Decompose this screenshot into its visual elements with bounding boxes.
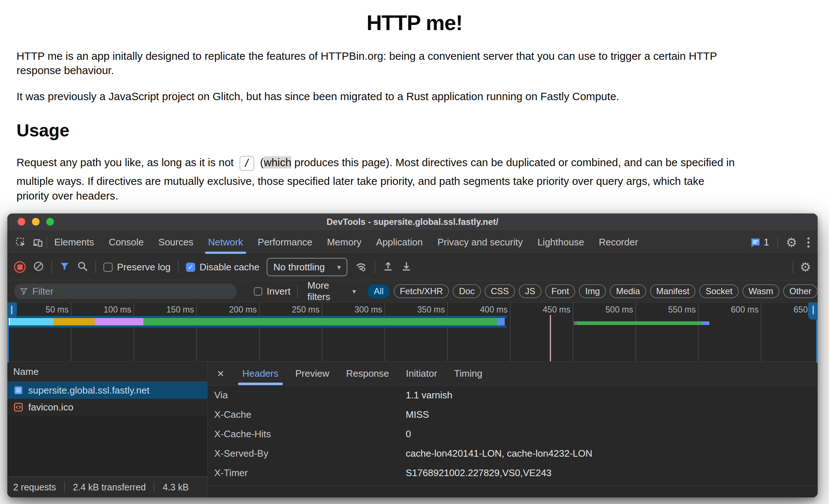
close-icon[interactable]: × <box>216 368 226 379</box>
request-row[interactable]: favicon.ico <box>7 399 207 416</box>
tab-network[interactable]: Network <box>201 231 250 254</box>
tab-performance[interactable]: Performance <box>251 231 320 254</box>
preserve-log-checkbox[interactable] <box>103 263 113 272</box>
filter-chip-other[interactable]: Other <box>783 284 818 298</box>
network-overview: 50 ms100 ms150 ms200 ms250 ms300 ms350 m… <box>7 303 818 363</box>
header-value: S1768921002.227829,VS0,VE243 <box>406 467 552 479</box>
filter-chip-img[interactable]: Img <box>579 284 606 298</box>
document-icon <box>13 385 23 395</box>
settings-gear-icon[interactable]: ⚙ <box>786 236 797 249</box>
detail-tab-initiator[interactable]: Initiator <box>406 362 437 385</box>
network-settings-gear-icon[interactable]: ⚙ <box>800 261 811 273</box>
header-key: X-Cache <box>208 409 406 420</box>
divider <box>297 285 298 297</box>
disable-cache-checkbox[interactable]: ✓ <box>186 263 195 272</box>
status-item: 4.3 kB <box>162 482 189 493</box>
page-title: HTTP me! <box>0 10 829 35</box>
request-name: favicon.ico <box>28 402 73 413</box>
throttling-select[interactable]: No throttling ▾ <box>267 258 347 276</box>
header-row: X-Cache-Hits0 <box>208 424 818 444</box>
device-toolbar-icon[interactable] <box>29 237 46 248</box>
timeline-tick-label: 250 ms <box>264 305 319 315</box>
intro-line: HTTP me is an app initally designed to r… <box>17 49 812 63</box>
close-window-button[interactable] <box>18 218 25 226</box>
timeline-tick-label: 500 ms <box>578 305 633 315</box>
filter-icon <box>20 287 28 295</box>
minimize-window-button[interactable] <box>32 218 40 226</box>
waterfall-segment <box>574 321 577 325</box>
filter-chip-media[interactable]: Media <box>610 284 646 298</box>
filter-chip-socket[interactable]: Socket <box>699 284 738 298</box>
tab-memory[interactable]: Memory <box>319 231 369 254</box>
filter-chip-css[interactable]: CSS <box>485 284 515 298</box>
clear-icon[interactable] <box>33 261 44 273</box>
tab-lighthouse[interactable]: Lighthouse <box>530 231 591 254</box>
throttling-value: No throttling <box>273 262 325 273</box>
tab-sources[interactable]: Sources <box>151 231 201 254</box>
request-row[interactable]: supersite.global.ssl.fastly.net <box>7 382 207 399</box>
filter-icon[interactable] <box>59 261 70 273</box>
waterfall-segment <box>143 318 497 325</box>
timeline-tick-label: 300 ms <box>327 305 382 315</box>
filter-chip-manifest[interactable]: Manifest <box>650 284 696 298</box>
filter-chip-js[interactable]: JS <box>519 284 541 298</box>
usage-line: multiple ways. If directives are mutuall… <box>17 174 812 189</box>
more-filters-button[interactable]: More filters ▾ <box>307 280 356 303</box>
divider <box>64 482 65 493</box>
filter-chip-doc[interactable]: Doc <box>453 284 481 298</box>
timeline-gridline <box>573 303 573 363</box>
preserve-log-label: Preserve log <box>117 262 171 273</box>
invert-checkbox[interactable] <box>254 287 262 296</box>
overview-left-grip[interactable] <box>7 303 17 318</box>
overview-right-grip[interactable] <box>808 303 818 319</box>
detail-tab-timing[interactable]: Timing <box>454 362 482 385</box>
filter-input[interactable]: Filter <box>14 284 237 299</box>
tab-privacy-and-security[interactable]: Privacy and security <box>430 231 530 254</box>
intro-paragraph: HTTP me is an app initally designed to r… <box>17 49 812 77</box>
detail-tab-preview[interactable]: Preview <box>295 362 329 385</box>
usage-paragraph: Request any path you like, as long as it… <box>17 155 812 203</box>
header-key: Via <box>208 390 406 401</box>
detail-tabbar: × HeadersPreviewResponseInitiatorTiming <box>208 362 818 386</box>
tab-elements[interactable]: Elements <box>47 231 101 254</box>
code-icon <box>13 402 23 412</box>
name-column-header[interactable]: Name <box>7 362 207 382</box>
devtools-tabbar: ElementsConsoleSourcesNetworkPerformance… <box>7 231 818 254</box>
import-har-icon[interactable] <box>383 261 394 273</box>
issues-count: 1 <box>764 237 769 248</box>
header-value: 1.1 varnish <box>406 390 452 401</box>
timeline-gridline <box>384 303 385 363</box>
detail-tab-headers[interactable]: Headers <box>242 362 278 385</box>
resource-type-chips: AllFetch/XHRDocCSSJSFontImgMediaManifest… <box>368 284 818 298</box>
request-name: supersite.global.ssl.fastly.net <box>28 385 149 396</box>
grip-line <box>812 306 814 314</box>
page-document: HTTP me! HTTP me is an app initally desi… <box>0 0 829 203</box>
export-har-icon[interactable] <box>401 261 412 273</box>
waterfall-segment <box>95 318 143 325</box>
filter-chip-fetch-xhr[interactable]: Fetch/XHR <box>394 284 449 298</box>
usage-line: Request any path you like, as long as it… <box>17 155 812 171</box>
filter-chip-font[interactable]: Font <box>545 284 575 298</box>
requests-panel: Name supersite.global.ssl.fastly.netfavi… <box>7 362 208 497</box>
filter-chip-all[interactable]: All <box>368 284 390 298</box>
tab-recorder[interactable]: Recorder <box>591 231 645 254</box>
screen: HTTP me! HTTP me is an app initally desi… <box>0 0 829 504</box>
issues-bubble-icon <box>749 237 761 248</box>
network-conditions-icon[interactable] <box>355 260 367 274</box>
issues-button[interactable]: 1 <box>749 237 769 248</box>
zoom-window-button[interactable] <box>46 218 54 226</box>
timeline-gridline <box>510 303 511 363</box>
timeline-gridline <box>196 303 197 363</box>
header-row: X-Served-Bycache-lon420141-LON, cache-lo… <box>208 444 818 463</box>
migration-paragraph: It was previously a JavaScript project o… <box>17 89 812 103</box>
timeline-tick-label: 550 ms <box>641 305 696 315</box>
tab-console[interactable]: Console <box>101 231 151 254</box>
detail-tab-response[interactable]: Response <box>346 362 389 385</box>
filter-chip-wasm[interactable]: Wasm <box>742 284 779 298</box>
record-icon[interactable] <box>14 261 26 273</box>
timeline-gridline <box>447 303 448 363</box>
inspect-icon[interactable] <box>12 237 29 248</box>
kebab-menu-icon[interactable] <box>805 237 812 248</box>
tab-application[interactable]: Application <box>369 231 430 254</box>
search-icon[interactable] <box>77 261 88 273</box>
